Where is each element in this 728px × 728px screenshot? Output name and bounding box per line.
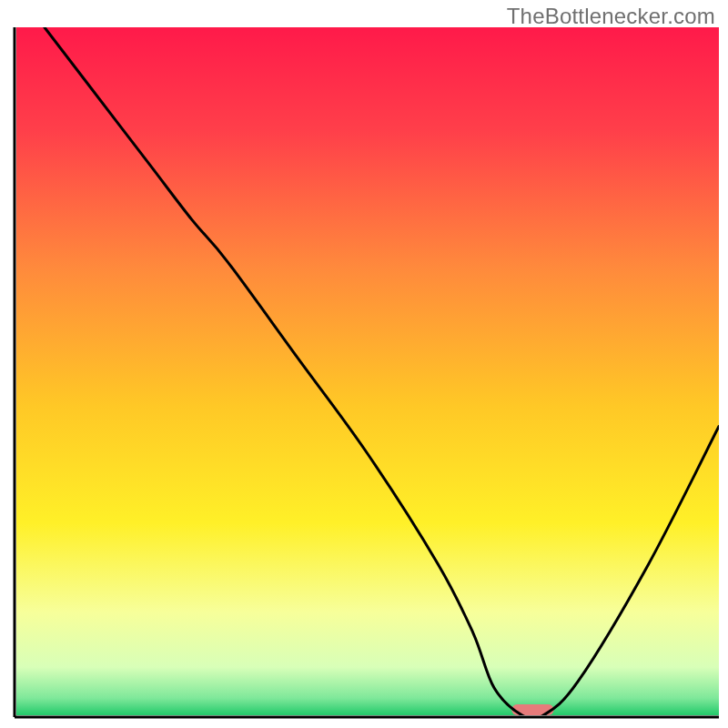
chart-svg bbox=[0, 0, 728, 728]
gradient-background bbox=[16, 27, 719, 715]
chart-stage: TheBottlenecker.com bbox=[0, 0, 728, 728]
watermark-label: TheBottlenecker.com bbox=[507, 4, 715, 29]
